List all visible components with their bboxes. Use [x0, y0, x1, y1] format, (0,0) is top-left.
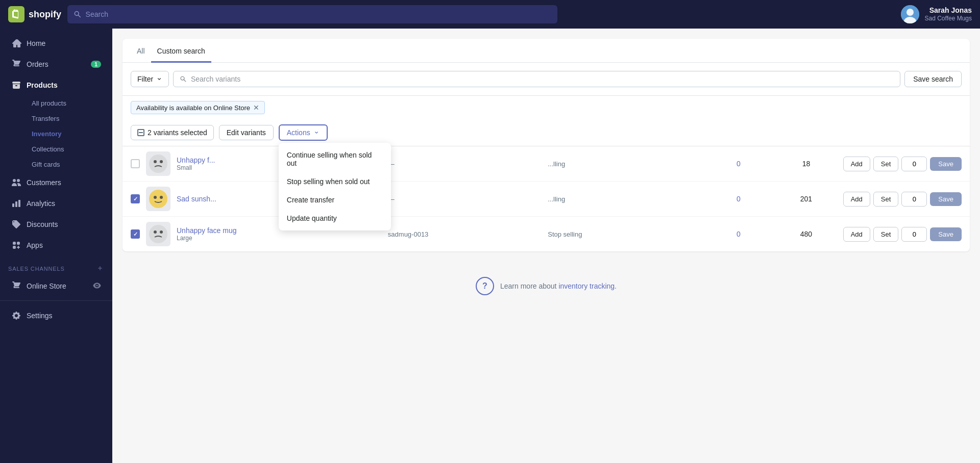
qty-input-2[interactable]	[901, 192, 927, 207]
sidebar-item-analytics[interactable]: Analytics	[3, 193, 109, 214]
row-actions-1: Add Set Save	[843, 157, 962, 171]
product-committed-2: 0	[708, 195, 770, 203]
filter-button[interactable]: Filter	[131, 71, 169, 87]
sidebar-item-home[interactable]: Home	[3, 33, 109, 54]
sidebar-customers-label: Customers	[27, 178, 61, 187]
filter-tags: Availability is available on Online Stor…	[122, 96, 970, 119]
tab-all[interactable]: All	[131, 39, 151, 63]
row-checkbox-3[interactable]	[131, 229, 140, 239]
product-committed-1: 0	[708, 160, 770, 168]
inventory-tracking-link[interactable]: inventory tracking	[558, 282, 615, 290]
sidebar-item-products[interactable]: Products	[3, 75, 109, 95]
selection-bar: 2 variants selected Edit variants Action…	[122, 119, 970, 146]
search-icon	[74, 10, 82, 18]
online-store-label: Online Store	[27, 282, 66, 290]
product-thumb-1	[146, 151, 170, 176]
sidebar-item-customers[interactable]: Customers	[3, 172, 109, 193]
filter-label: Filter	[137, 75, 153, 83]
row-checkbox-2[interactable]	[131, 194, 140, 203]
products-icon	[11, 80, 21, 90]
search-variants-bar[interactable]	[173, 71, 900, 87]
tabs-bar: All Custom search	[122, 39, 970, 63]
svg-point-1	[906, 9, 914, 16]
qty-input-3[interactable]	[901, 227, 927, 242]
qty-input-1[interactable]	[901, 157, 927, 171]
sidebar-item-inventory[interactable]: Inventory	[27, 126, 109, 141]
svg-point-11	[160, 230, 163, 234]
inventory-table: Unhappy f... Small — ...lling 0 18 Add S…	[122, 146, 970, 251]
filter-tag-remove[interactable]: ✕	[253, 104, 259, 112]
search-variants-icon	[180, 75, 187, 83]
add-sales-channel-icon[interactable]	[96, 264, 104, 273]
row-actions-3: Add Set Save	[843, 227, 962, 242]
sidebar-item-orders[interactable]: Orders 1	[3, 54, 109, 74]
action-create-transfer[interactable]: Create transfer	[279, 191, 391, 209]
set-button-3[interactable]: Set	[873, 227, 899, 242]
user-area: Sarah Jonas Sad Coffee Mugs	[901, 5, 972, 23]
svg-point-8	[160, 196, 163, 199]
product-sku-2: —	[388, 195, 542, 203]
save-search-button[interactable]: Save search	[904, 71, 962, 87]
set-button-2[interactable]: Set	[873, 192, 899, 207]
product-thumb-3	[146, 222, 170, 246]
sidebar-item-discounts[interactable]: Discounts	[3, 214, 109, 235]
product-selling-1: ...lling	[548, 160, 701, 168]
sidebar-discounts-label: Discounts	[27, 220, 58, 228]
edit-variants-button[interactable]: Edit variants	[219, 125, 274, 140]
global-search-input[interactable]	[86, 10, 551, 18]
user-name: Sarah Jonas	[924, 6, 972, 15]
user-info: Sarah Jonas Sad Coffee Mugs	[924, 6, 972, 23]
add-button-1[interactable]: Add	[843, 157, 870, 171]
shopify-bag-icon	[8, 6, 24, 22]
tab-custom-search[interactable]: Custom search	[151, 39, 211, 63]
avatar-image	[901, 5, 919, 23]
product-selling-2: ...lling	[548, 195, 701, 203]
orders-icon	[11, 59, 21, 69]
sidebar-item-transfers[interactable]: Transfers	[27, 111, 109, 126]
sidebar-products-label: Products	[27, 81, 58, 89]
sidebar-apps-label: Apps	[27, 241, 43, 249]
row-checkbox-1[interactable]	[131, 159, 140, 168]
product-variant-3: Large	[177, 235, 382, 242]
product-sku-3: sadmug-0013	[388, 230, 542, 238]
shopify-logo[interactable]: shopify	[8, 6, 61, 22]
action-continue-selling[interactable]: Continue selling when sold out	[279, 146, 391, 172]
product-image-3	[148, 224, 168, 244]
info-icon: ?	[476, 277, 494, 295]
avatar[interactable]	[901, 5, 919, 23]
sidebar: Home Orders 1 Products All products Tran…	[0, 29, 112, 463]
action-update-quantity[interactable]: Update quantity	[279, 209, 391, 227]
sidebar-item-online-store[interactable]: Online Store	[3, 276, 109, 296]
action-stop-selling[interactable]: Stop selling when sold out	[279, 172, 391, 191]
actions-label: Actions	[287, 128, 310, 137]
product-sku-1: —	[388, 160, 542, 168]
discounts-icon	[11, 219, 21, 229]
sidebar-item-apps[interactable]: Apps	[3, 235, 109, 255]
save-button-3[interactable]: Save	[930, 227, 962, 241]
svg-point-6	[149, 190, 167, 208]
add-button-2[interactable]: Add	[843, 192, 870, 207]
add-button-3[interactable]: Add	[843, 227, 870, 242]
sidebar-item-settings[interactable]: Settings	[3, 305, 109, 326]
set-button-1[interactable]: Set	[873, 157, 899, 171]
sidebar-item-all-products[interactable]: All products	[27, 96, 109, 111]
sidebar-item-gift-cards[interactable]: Gift cards	[27, 157, 109, 172]
global-search-bar[interactable]	[67, 5, 557, 23]
sidebar-bottom: Settings	[0, 300, 112, 326]
filter-chevron-icon	[156, 76, 162, 82]
search-variants-input[interactable]	[191, 75, 894, 83]
main-content: All Custom search Filter Save search	[112, 29, 980, 463]
sales-channels-section: SALES CHANNELS	[0, 256, 112, 275]
online-store-visibility-icon[interactable]	[93, 281, 101, 291]
actions-container: Actions Continue selling when sold out S…	[279, 124, 328, 141]
save-button-1[interactable]: Save	[930, 157, 962, 171]
table-row: Unhappy face mug Large sadmug-0013 Stop …	[122, 217, 970, 251]
sidebar-analytics-label: Analytics	[27, 199, 55, 208]
save-button-2[interactable]: Save	[930, 192, 962, 206]
svg-point-10	[154, 230, 157, 234]
deselect-icon[interactable]	[137, 129, 144, 136]
product-committed-3: 0	[708, 230, 770, 238]
product-image-2	[148, 189, 168, 209]
sidebar-item-collections[interactable]: Collections	[27, 142, 109, 157]
actions-button[interactable]: Actions	[279, 124, 328, 141]
